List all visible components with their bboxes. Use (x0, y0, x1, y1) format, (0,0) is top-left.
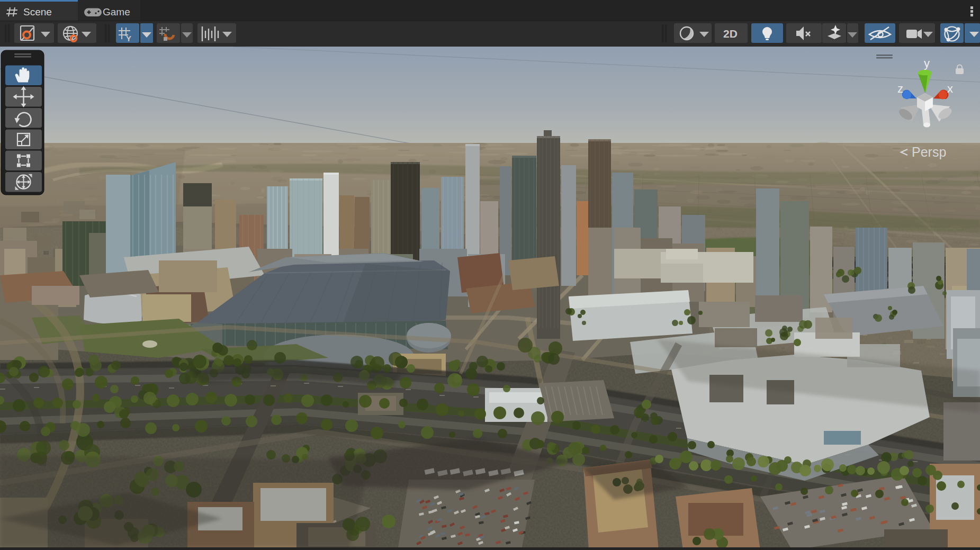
svg-text:Game: Game (103, 6, 130, 17)
svg-text:Persp: Persp (912, 145, 946, 159)
svg-text:2D: 2D (723, 28, 738, 40)
svg-text:y: y (924, 57, 930, 70)
svg-text:Y: Y (126, 34, 131, 43)
svg-text:x: x (947, 82, 953, 95)
svg-text:z: z (897, 82, 903, 95)
svg-text:Scene: Scene (23, 6, 52, 17)
